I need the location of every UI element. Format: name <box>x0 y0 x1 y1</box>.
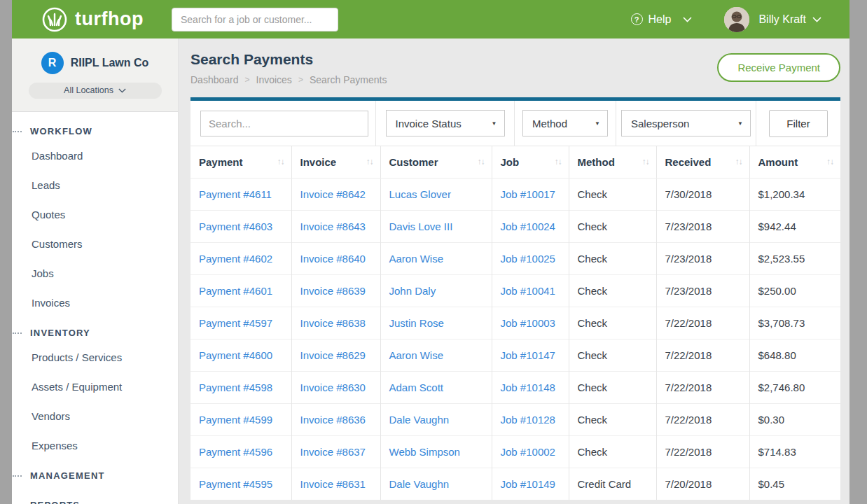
method-cell: Check <box>569 435 656 468</box>
sidebar-item-dashboard[interactable]: Dashboard <box>12 141 178 171</box>
sidebar-item-products-services[interactable]: Products / Services <box>12 343 178 372</box>
method-select[interactable]: Method ▼ <box>522 110 608 136</box>
sidebar-item-vendors[interactable]: Vendors <box>12 402 178 431</box>
payment-link[interactable]: Payment #4602 <box>190 242 291 274</box>
user-name[interactable]: Billy Kraft <box>758 13 806 26</box>
company-row[interactable]: R RIIPL Lawn Co <box>41 52 149 74</box>
customer-link[interactable]: Dale Vaughn <box>380 403 492 435</box>
payment-link[interactable]: Payment #4598 <box>190 371 291 403</box>
company-logo: R <box>41 52 64 74</box>
customer-link[interactable]: Lucas Glover <box>380 178 492 210</box>
column-header-invoice[interactable]: Invoice↑↓ <box>291 146 380 178</box>
app-window: turfhop ? Help <box>12 0 849 504</box>
payments-table: Payment↑↓ Invoice↑↓ Customer↑↓ Job↑↓ Met… <box>190 146 840 500</box>
invoice-link[interactable]: Invoice #8643 <box>291 210 380 242</box>
table-row: Payment #4601 Invoice #8639 John Daly Jo… <box>190 274 840 307</box>
sidebar-item-invoices[interactable]: Invoices <box>12 288 178 318</box>
received-cell: 7/22/2018 <box>656 339 749 371</box>
sort-icon[interactable]: ↑↓ <box>478 157 485 167</box>
turfhop-logo[interactable]: turfhop <box>41 6 144 33</box>
column-header-received[interactable]: Received↑↓ <box>656 146 749 178</box>
customer-link[interactable]: Aaron Wise <box>380 242 492 274</box>
payment-link[interactable]: Payment #4603 <box>190 210 291 242</box>
customer-link[interactable]: John Daly <box>380 274 492 307</box>
breadcrumb-separator: > <box>298 75 303 85</box>
invoice-link[interactable]: Invoice #8640 <box>291 242 380 274</box>
help-icon: ? <box>631 13 643 25</box>
job-link[interactable]: Job #10041 <box>492 274 569 307</box>
help-menu[interactable]: ? Help <box>631 13 693 26</box>
received-cell: 7/22/2018 <box>656 371 749 403</box>
column-header-job[interactable]: Job↑↓ <box>492 146 569 178</box>
sidebar-item-leads[interactable]: Leads <box>12 171 178 200</box>
sort-icon[interactable]: ↑↓ <box>735 157 742 167</box>
invoice-link[interactable]: Invoice #8642 <box>291 178 380 210</box>
receive-payment-button[interactable]: Receive Payment <box>717 53 840 82</box>
sort-icon[interactable]: ↑↓ <box>277 157 284 167</box>
sort-icon[interactable]: ↑↓ <box>826 157 833 167</box>
section-header-workflow: WORKFLOW <box>12 126 178 137</box>
global-search-input[interactable] <box>172 8 338 31</box>
method-cell: Check <box>569 307 656 339</box>
job-link[interactable]: Job #10128 <box>492 403 569 435</box>
payment-link[interactable]: Payment #4600 <box>190 339 291 371</box>
invoice-link[interactable]: Invoice #8639 <box>291 274 380 307</box>
job-link[interactable]: Job #10149 <box>492 468 569 500</box>
method-cell: Check <box>569 178 656 210</box>
breadcrumb-invoices[interactable]: Invoices <box>256 74 292 85</box>
invoice-link[interactable]: Invoice #8629 <box>291 339 380 371</box>
invoice-link[interactable]: Invoice #8630 <box>291 371 380 403</box>
job-link[interactable]: Job #10148 <box>492 371 569 403</box>
user-avatar[interactable] <box>724 7 749 32</box>
top-header: turfhop ? Help <box>12 0 849 38</box>
sort-icon[interactable]: ↑↓ <box>366 157 373 167</box>
locations-dropdown[interactable]: All Locations <box>29 83 162 99</box>
payment-link[interactable]: Payment #4597 <box>190 307 291 339</box>
payment-link[interactable]: Payment #4599 <box>190 403 291 435</box>
column-header-method[interactable]: Method↑↓ <box>569 146 656 178</box>
customer-link[interactable]: Aaron Wise <box>380 339 492 371</box>
received-cell: 7/30/2018 <box>656 178 749 210</box>
customer-link[interactable]: Justin Rose <box>380 307 492 339</box>
locations-label: All Locations <box>64 85 113 95</box>
invoice-link[interactable]: Invoice #8638 <box>291 307 380 339</box>
filter-button[interactable]: Filter <box>769 110 827 137</box>
invoice-link[interactable]: Invoice #8631 <box>291 468 380 500</box>
job-link[interactable]: Job #10003 <box>492 307 569 339</box>
payment-link[interactable]: Payment #4601 <box>190 274 291 307</box>
sidebar-item-quotes[interactable]: Quotes <box>12 200 178 230</box>
sidebar-item-jobs[interactable]: Jobs <box>12 259 178 288</box>
invoice-link[interactable]: Invoice #8637 <box>291 435 380 468</box>
salesperson-select[interactable]: Salesperson ▼ <box>621 110 751 136</box>
job-link[interactable]: Job #10002 <box>492 435 569 468</box>
customer-link[interactable]: Webb Simpson <box>380 435 492 468</box>
payment-link[interactable]: Payment #4595 <box>190 468 291 500</box>
job-link[interactable]: Job #10025 <box>492 242 569 274</box>
payment-link[interactable]: Payment #4611 <box>190 178 291 210</box>
job-link[interactable]: Job #10024 <box>492 210 569 242</box>
sidebar-item-customers[interactable]: Customers <box>12 230 178 259</box>
customer-link[interactable]: Davis Love III <box>380 210 492 242</box>
sort-icon[interactable]: ↑↓ <box>555 157 562 167</box>
chevron-down-icon <box>683 17 692 22</box>
column-header-amount[interactable]: Amount↑↓ <box>749 146 840 178</box>
customer-link[interactable]: Adam Scott <box>380 371 492 403</box>
table-search-input[interactable] <box>200 111 368 136</box>
column-header-payment[interactable]: Payment↑↓ <box>190 146 291 178</box>
company-name: RIIPL Lawn Co <box>71 57 149 69</box>
customer-link[interactable]: Dale Vaughn <box>380 468 492 500</box>
breadcrumb-dashboard[interactable]: Dashboard <box>190 74 239 85</box>
section-dashes-icon <box>13 475 22 477</box>
invoice-link[interactable]: Invoice #8636 <box>291 403 380 435</box>
payment-link[interactable]: Payment #4596 <box>190 435 291 468</box>
sort-icon[interactable]: ↑↓ <box>642 157 649 167</box>
sidebar-item-assets-equipment[interactable]: Assets / Equipment <box>12 372 178 402</box>
sidebar-item-expenses[interactable]: Expenses <box>12 431 178 461</box>
sidebar-section-workflow: WORKFLOW Dashboard Leads Quotes Customer… <box>12 126 178 318</box>
column-header-customer[interactable]: Customer↑↓ <box>380 146 492 178</box>
job-link[interactable]: Job #10017 <box>492 178 569 210</box>
table-row: Payment #4599 Invoice #8636 Dale Vaughn … <box>190 403 840 435</box>
job-link[interactable]: Job #10147 <box>492 339 569 371</box>
user-chevron-down-icon[interactable] <box>812 17 821 22</box>
invoice-status-select[interactable]: Invoice Status ▼ <box>386 110 505 136</box>
